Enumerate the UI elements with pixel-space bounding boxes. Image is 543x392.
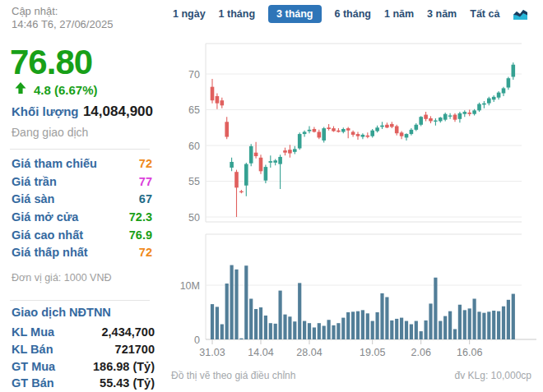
price-info-value: 77	[139, 175, 152, 188]
candlestick-series	[211, 62, 515, 217]
foreign-trading-value: 721700	[115, 343, 155, 356]
svg-text:31.03: 31.03	[199, 347, 225, 358]
foreign-trading-label: KL Mua	[12, 325, 54, 339]
update-label: Cập nhật:	[12, 5, 113, 18]
svg-text:0: 0	[194, 334, 200, 346]
time-range-tab[interactable]: 6 tháng	[335, 8, 371, 20]
svg-text:10M: 10M	[180, 280, 200, 292]
chart-footnote-right: đv KLg: 10,000cp	[455, 370, 531, 381]
divider	[10, 149, 150, 150]
chart-footnote-left: Đồ thị vẽ theo giá điều chỉnh	[171, 370, 295, 381]
price-info-row: Giá tham chiếu72	[12, 157, 152, 175]
time-range-tab-list: 1 ngày1 tháng3 tháng6 tháng1 năm3 nămTất…	[173, 5, 499, 23]
svg-text:50: 50	[188, 212, 200, 224]
price-unit-note: Đơn vị giá: 1000 VNĐ	[12, 272, 111, 284]
arrow-up-icon	[15, 82, 26, 97]
update-datetime: 14:46 T6, 27/06/2025	[12, 18, 113, 31]
svg-text:28.04: 28.04	[296, 347, 322, 358]
svg-text:55: 55	[188, 176, 200, 187]
svg-text:70: 70	[188, 69, 200, 81]
volume-label: Khối lượng	[12, 104, 79, 118]
volume-row: Khối lượng 14,084,900	[12, 104, 153, 120]
price-change: 4.8 (6.67%)	[34, 83, 98, 97]
price-info-row: Giá trần77	[12, 175, 152, 193]
price-info-value: 72.3	[129, 210, 152, 224]
price-info-label: Giá tham chiếu	[12, 157, 97, 170]
price-info-label: Giá sàn	[12, 192, 54, 205]
foreign-trading-value: 2,434,700	[101, 325, 155, 339]
price-info-value: 72	[139, 246, 152, 259]
foreign-trading-label: GT Mua	[12, 360, 55, 373]
time-range-tab[interactable]: 1 ngày	[173, 8, 206, 20]
price-info-value: 76.9	[129, 228, 152, 242]
foreign-trading-row: KL Mua2,434,700	[12, 325, 155, 343]
price-volume-chart: 706560555010M031.0314.0428.0419.052.0616…	[173, 29, 543, 367]
time-range-tab[interactable]: 3 năm	[427, 8, 457, 20]
price-info-value: 67	[139, 192, 152, 205]
foreign-trading-title: Giao dịch NĐTNN	[12, 306, 111, 319]
price-info-row: Giá thấp nhất72	[12, 246, 152, 264]
foreign-trading-row: GT Bán55.43 (Tỷ)	[12, 376, 155, 392]
foreign-trading-table: KL Mua2,434,700KL Bán721700GT Mua186.98 …	[12, 325, 155, 392]
divider	[10, 300, 150, 301]
price-info-row: Giá mở cửa72.3	[12, 210, 152, 228]
time-range-tab[interactable]: 3 tháng	[268, 5, 321, 23]
foreign-trading-label: KL Bán	[12, 343, 53, 356]
area-chart-icon[interactable]	[513, 7, 528, 21]
price-info-label: Giá thấp nhất	[12, 246, 88, 259]
svg-text:14.04: 14.04	[248, 347, 273, 358]
time-range-tab[interactable]: 1 tháng	[219, 8, 255, 20]
last-price: 76.80	[10, 43, 92, 82]
svg-text:65: 65	[188, 104, 200, 116]
foreign-trading-value: 186.98 (Tỷ)	[93, 360, 155, 373]
price-info-value: 72	[139, 157, 152, 170]
time-range-tab[interactable]: Tất cả	[470, 8, 499, 20]
price-info-table: Giá tham chiếu72Giá trần77Giá sàn67Giá m…	[12, 157, 152, 264]
svg-text:60: 60	[188, 141, 200, 152]
svg-text:2.06: 2.06	[411, 347, 431, 358]
foreign-trading-label: GT Bán	[12, 376, 54, 390]
volume-series	[211, 265, 515, 339]
foreign-trading-row: GT Mua186.98 (Tỷ)	[12, 360, 155, 377]
volume-value: 14,084,900	[83, 104, 153, 120]
time-range-tabs: 1 ngày1 tháng3 tháng6 tháng1 năm3 nămTất…	[173, 4, 528, 24]
price-info-label: Giá mở cửa	[12, 210, 78, 224]
svg-text:19.05: 19.05	[360, 347, 385, 358]
update-timestamp: Cập nhật: 14:46 T6, 27/06/2025	[12, 5, 113, 31]
price-info-label: Giá cao nhất	[12, 228, 83, 242]
foreign-trading-value: 55.43 (Tỷ)	[100, 376, 155, 390]
stock-quote-widget: Cập nhật: 14:46 T6, 27/06/2025 76.80 4.8…	[0, 0, 543, 392]
time-range-tab[interactable]: 1 năm	[384, 8, 414, 20]
trading-status: Đang giao dịch	[12, 126, 88, 139]
price-info-row: Giá cao nhất76.9	[12, 228, 152, 247]
foreign-trading-row: KL Bán721700	[12, 343, 155, 360]
price-info-label: Giá trần	[12, 175, 57, 188]
price-info-row: Giá sàn67	[12, 192, 152, 210]
svg-text:16.06: 16.06	[457, 347, 482, 358]
price-change-row: 4.8 (6.67%)	[15, 82, 98, 97]
